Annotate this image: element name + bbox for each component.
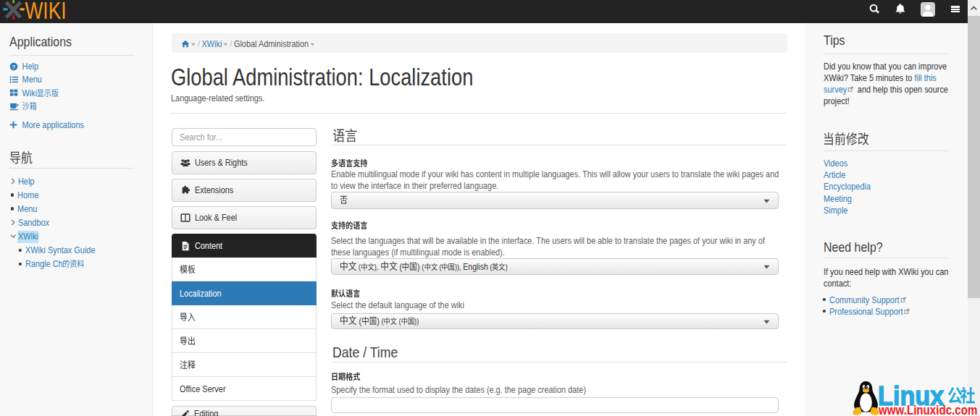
svg-text:WIKI: WIKI — [25, 0, 67, 23]
svg-text:?: ? — [12, 63, 16, 69]
